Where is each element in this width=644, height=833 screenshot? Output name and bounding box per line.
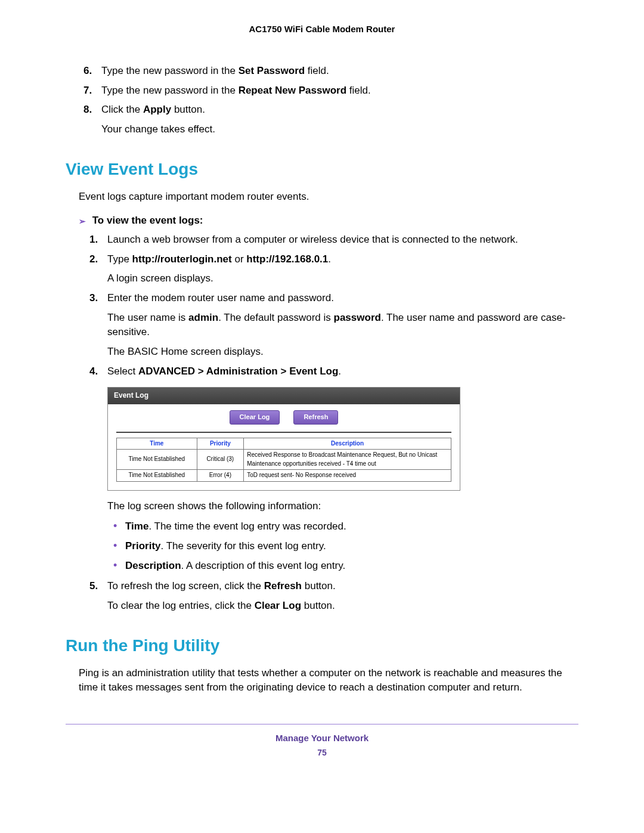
panel-titlebar: Event Log [108, 388, 460, 404]
step-text: Enter the modem router user name and pas… [107, 292, 334, 304]
step-text: Type the new password in the [101, 85, 239, 96]
col-time: Time [117, 438, 197, 450]
step-number: 6. [83, 64, 92, 79]
clear-log-button[interactable]: Clear Log [230, 410, 280, 425]
step-text: To refresh the log screen, click the [107, 580, 264, 592]
bold: Time [125, 521, 148, 532]
step-6: 6. Type the new password in the Set Pass… [101, 64, 578, 79]
col-priority: Priority [197, 438, 244, 450]
step-text: or [232, 253, 247, 265]
bold: Priority [125, 540, 161, 552]
step-text: button. [171, 104, 205, 115]
step-5: 5. To refresh the log screen, click the … [107, 579, 578, 594]
text: button. [301, 600, 335, 611]
step-follow: The user name is admin. The default pass… [107, 311, 578, 340]
step-number: 3. [89, 291, 98, 306]
bold: Description [125, 560, 181, 571]
bold: password [334, 312, 381, 323]
step-number: 8. [83, 103, 92, 117]
heading-run-ping-utility: Run the Ping Utility [66, 636, 578, 655]
list-item: Description. A description of this event… [125, 559, 578, 574]
event-log-screenshot: Event Log Clear Log Refresh Time Priorit… [107, 387, 460, 490]
arrow-icon: ➢ [79, 216, 86, 226]
text: . The default password is [218, 312, 333, 323]
task-heading: ➢ To view the event logs: [79, 215, 578, 227]
task-label: To view the event logs: [92, 215, 203, 226]
table-row: Time Not Established Error (4) ToD reque… [117, 470, 451, 482]
step-text: field. [305, 65, 329, 76]
page-number: 75 [66, 748, 578, 757]
step-8: 8. Click the Apply button. [101, 103, 578, 117]
panel-button-row: Clear Log Refresh [116, 410, 451, 425]
cell-description: ToD request sent- No Response received [244, 470, 451, 482]
panel-body: Clear Log Refresh Time Priority Descript… [108, 404, 460, 490]
footer-title: Manage Your Network [275, 733, 369, 743]
text: . The severity for this event log entry. [161, 540, 326, 552]
step-1: 1. Launch a web browser from a computer … [107, 233, 578, 247]
cell-time: Time Not Established [117, 470, 197, 482]
document-header: AC1750 WiFi Cable Modem Router [66, 24, 578, 34]
text: The user name is [107, 312, 188, 323]
step-number: 2. [89, 252, 98, 267]
step-result: The BASIC Home screen displays. [107, 345, 578, 360]
refresh-button[interactable]: Refresh [293, 410, 338, 425]
step-bold: Set Password [239, 65, 305, 76]
step-bold: Refresh [264, 580, 302, 592]
list-item: Priority. The severity for this event lo… [125, 539, 578, 554]
divider [116, 432, 451, 433]
step-text: Select [107, 366, 138, 377]
step-text: field. [346, 85, 371, 96]
step-text: Click the [101, 104, 143, 115]
bold: Clear Log [255, 600, 301, 611]
step-number: 7. [83, 83, 92, 98]
cell-time: Time Not Established [117, 450, 197, 470]
after-screenshot-text: The log screen shows the following infor… [107, 499, 578, 514]
step-result: A login screen displays. [107, 271, 578, 286]
heading-view-event-logs: View Event Logs [66, 160, 578, 179]
event-log-steps: 1. Launch a web browser from a computer … [66, 233, 578, 594]
step-text: . [328, 253, 331, 265]
footer-divider [66, 724, 578, 724]
step-bold: Apply [143, 104, 171, 115]
step-text: button. [302, 580, 336, 592]
step-number: 5. [89, 579, 98, 594]
text: . The time the event log entry was recor… [148, 521, 346, 532]
field-descriptions: Time. The time the event log entry was r… [107, 519, 578, 573]
cell-priority: Critical (3) [197, 450, 244, 470]
text: . A description of this event log entry. [181, 560, 346, 571]
page: AC1750 WiFi Cable Modem Router 6. Type t… [0, 0, 644, 787]
step-7: 7. Type the new password in the Repeat N… [101, 83, 578, 98]
clear-log-note: To clear the log entries, click the Clea… [66, 599, 578, 614]
step-3: 3. Enter the modem router user name and … [107, 291, 578, 360]
table-header-row: Time Priority Description [117, 438, 451, 450]
list-item: Time. The time the event log entry was r… [125, 519, 578, 534]
step-4: 4. Select ADVANCED > Administration > Ev… [107, 364, 578, 574]
step-text: Type [107, 253, 132, 265]
table-row: Time Not Established Critical (3) Receiv… [117, 450, 451, 470]
step-number: 4. [89, 364, 98, 379]
step-url: http://routerlogin.net [132, 253, 232, 265]
step-text: Launch a web browser from a computer or … [107, 234, 518, 245]
step-result: Your change takes effect. [66, 122, 578, 137]
event-log-table: Time Priority Description Time Not Estab… [116, 438, 451, 482]
cell-priority: Error (4) [197, 470, 244, 482]
col-description: Description [244, 438, 451, 450]
step-2: 2. Type http://routerlogin.net or http:/… [107, 252, 578, 286]
ping-intro: Ping is an administration utility that t… [79, 666, 578, 695]
bold: admin [188, 312, 218, 323]
cell-description: Received Response to Broadcast Maintenan… [244, 450, 451, 470]
step-text: . [338, 366, 341, 377]
password-steps: 6. Type the new password in the Set Pass… [66, 64, 578, 117]
section-intro: Event logs capture important modem route… [79, 190, 578, 205]
step-bold: Repeat New Password [239, 85, 346, 96]
step-number: 1. [89, 233, 98, 247]
step-nav-path: ADVANCED > Administration > Event Log [138, 366, 338, 377]
text: To clear the log entries, click the [107, 600, 255, 611]
page-footer: Manage Your Network 75 [66, 733, 578, 757]
step-text: Type the new password in the [101, 65, 239, 76]
step-url: http://192.168.0.1 [246, 253, 328, 265]
